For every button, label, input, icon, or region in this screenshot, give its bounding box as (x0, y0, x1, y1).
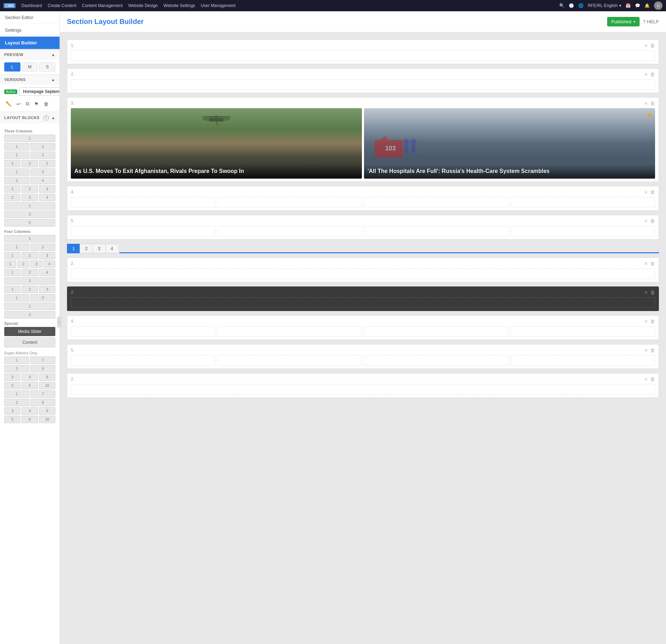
user-avatar[interactable]: U (654, 1, 662, 10)
below-5-col-4[interactable] (511, 355, 655, 366)
help-button[interactable]: ? HELP (643, 19, 659, 24)
block-4-3col-1[interactable]: 1 (4, 252, 20, 259)
block-3col-3[interactable]: 2 (39, 160, 55, 167)
sa-block-5[interactable]: 5 (4, 382, 20, 389)
sa-block-b9[interactable]: 9 (39, 407, 55, 415)
below-5-col-2[interactable] (217, 355, 362, 366)
block-345-1[interactable]: 1 (4, 185, 20, 193)
block-13-2[interactable]: 3 (30, 168, 55, 176)
block-4-2col-1[interactable]: 1 (4, 243, 29, 251)
sa-block-b1[interactable]: 1 (4, 390, 29, 398)
sidebar-item-layout-builder[interactable]: Layout Builder (0, 37, 60, 49)
block-4-4col-2[interactable]: 2 (17, 260, 29, 268)
block-4-4col-3[interactable]: 3 (30, 260, 42, 268)
block-345-3[interactable]: 3 (39, 185, 55, 193)
below-2c-content[interactable] (71, 384, 655, 395)
below-5-delete[interactable]: 🗑 (650, 347, 655, 353)
cms-logo[interactable]: CMS (4, 3, 16, 8)
sa-block-b6[interactable]: 6 (21, 416, 38, 423)
section-2-drag-handle[interactable]: ≡ (645, 72, 647, 77)
block-4-12-3[interactable]: 4 (39, 269, 55, 276)
media-img-afghanistan[interactable]: As U.S. Moves To Exit Afghanistan, Rival… (71, 108, 362, 179)
block-1col[interactable]: 1 (4, 135, 55, 142)
section-4-col-3[interactable] (364, 197, 508, 208)
block-4-3col-2[interactable]: 2 (21, 252, 38, 259)
block-4-4col-1[interactable]: 1 (4, 260, 16, 268)
language-selector[interactable]: RFE/RL English (588, 3, 621, 8)
block-4-34-c[interactable]: 3 (39, 286, 55, 293)
sa-block-9[interactable]: 9 (39, 373, 55, 381)
sa-block-6[interactable]: 6 (21, 382, 38, 389)
section-4-delete-btn[interactable]: 🗑 (650, 189, 655, 195)
preview-btn-large[interactable]: L (4, 62, 20, 72)
block-4-34-d[interactable]: 1 (4, 294, 29, 302)
block-24-1[interactable]: 2 (4, 177, 29, 184)
sidebar-item-settings[interactable]: Settings (0, 24, 60, 37)
below-5-col-3[interactable] (364, 355, 508, 366)
below-5-col-1[interactable] (71, 355, 215, 366)
section-3-delete-btn[interactable]: 🗑 (650, 100, 655, 106)
block-3row-2[interactable]: 3 (21, 194, 38, 201)
below-2a-drag[interactable]: ≡ (645, 261, 647, 266)
sa-block-b3[interactable]: 3 (4, 407, 20, 415)
block-13-1[interactable]: 1 (4, 168, 29, 176)
nav-dashboard[interactable]: Dashboard (21, 3, 42, 8)
section-4-drag-handle[interactable]: ≡ (645, 189, 647, 195)
block-5-5[interactable]: 5 (4, 219, 55, 227)
block-4-34-e[interactable]: 3 (30, 294, 55, 302)
page-tab-4[interactable]: 4 (105, 244, 118, 253)
clock-icon[interactable] (569, 3, 574, 8)
page-tab-3[interactable]: 3 (92, 244, 105, 253)
chat-icon[interactable] (635, 3, 640, 8)
below-4-col-4[interactable] (511, 326, 655, 337)
below-2c-drag[interactable]: ≡ (645, 376, 647, 382)
block-2col-2[interactable]: 2 (30, 143, 55, 150)
nav-content-management[interactable]: Content Management (82, 3, 123, 8)
nav-website-design[interactable]: Website Design (128, 3, 158, 8)
sa-block-b8[interactable]: 8 (30, 399, 55, 406)
block-4-12-1[interactable]: 1 (4, 269, 20, 276)
bell-icon[interactable] (645, 3, 650, 8)
section-5-col-1[interactable] (71, 226, 215, 236)
below-4-col-1[interactable] (71, 326, 215, 337)
block-2col-1[interactable]: 1 (4, 143, 29, 150)
version-trash-btn[interactable] (42, 100, 50, 107)
section-1-delete-btn[interactable]: 🗑 (650, 43, 655, 48)
block-4-4col-4[interactable]: 4 (43, 260, 55, 268)
block-345-2[interactable]: 2 (21, 185, 38, 193)
sa-block-1[interactable]: 1 (4, 357, 29, 364)
globe-icon[interactable] (578, 3, 584, 8)
block-4-1col[interactable]: 1 (4, 235, 55, 242)
block-4-34-b[interactable]: 2 (21, 286, 38, 293)
sa-block-7[interactable]: 7 (30, 357, 55, 364)
sa-block-b4[interactable]: 4 (21, 407, 38, 415)
section-5-col-4[interactable] (511, 226, 655, 236)
versions-collapse-icon[interactable]: ▲ (51, 78, 55, 82)
sidebar-item-section-editor[interactable]: Section Editor (0, 11, 60, 24)
media-slider-btn[interactable]: Media Slider (4, 327, 55, 336)
block-3col-2[interactable]: 2 (21, 160, 38, 167)
section-1-content[interactable] (71, 50, 655, 61)
sa-block-2[interactable]: 2 (4, 365, 29, 372)
block-5-3[interactable]: 3 (4, 211, 55, 218)
below-2c-delete[interactable]: 🗑 (650, 376, 655, 382)
calendar-icon[interactable] (625, 3, 631, 8)
below-2a-delete[interactable]: 🗑 (650, 261, 655, 266)
block-4-single-3[interactable]: 3 (4, 311, 55, 318)
block-4-2col-2[interactable]: 2 (30, 243, 55, 251)
block-4-3col-3[interactable]: 3 (39, 252, 55, 259)
block-4-12-2[interactable]: 2 (21, 269, 38, 276)
sa-block-b2[interactable]: 2 (4, 399, 29, 406)
sa-block-3[interactable]: 3 (4, 373, 20, 381)
collapse-sidebar-btn[interactable]: ‹ (57, 317, 62, 327)
layout-blocks-collapse-icon[interactable]: ▲ (51, 116, 55, 120)
section-2-content[interactable] (71, 79, 655, 90)
nav-create-content[interactable]: Create Content (48, 3, 76, 8)
below-2a-content[interactable] (71, 268, 655, 279)
sa-block-b10[interactable]: 10 (39, 416, 55, 423)
below-2b-content[interactable] (71, 297, 655, 308)
preview-collapse-icon[interactable]: ▲ (51, 52, 55, 57)
block-24-2[interactable]: 4 (30, 177, 55, 184)
below-4-col-2[interactable] (217, 326, 362, 337)
section-4-col-4[interactable] (511, 197, 655, 208)
